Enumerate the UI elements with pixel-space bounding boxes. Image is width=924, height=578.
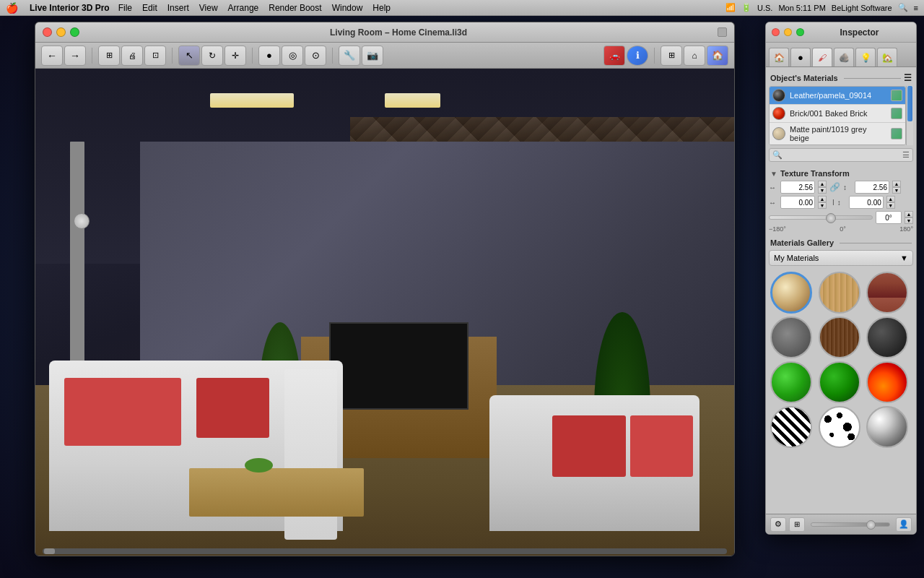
settings-button[interactable]: ⚙: [770, 517, 786, 532]
gallery-item-6[interactable]: [770, 361, 812, 403]
material-search-bar: 🔍 ☰: [769, 148, 913, 162]
tab-light[interactable]: 💡: [855, 48, 876, 66]
view3-button[interactable]: ⊡: [144, 46, 166, 66]
rotation-down[interactable]: ▼: [905, 217, 913, 224]
materials-gallery-section: Materials Gallery My Materials ▼: [769, 236, 913, 449]
scale-y-up[interactable]: ▲: [892, 181, 901, 187]
offset-x-down[interactable]: ▼: [818, 202, 827, 209]
materials-scrollbar[interactable]: [906, 86, 913, 145]
viewport-3d[interactable]: [35, 69, 734, 556]
floor-plan-button[interactable]: ⊞: [98, 46, 120, 66]
material-item-1[interactable]: Brick/001 Baked Brick: [770, 105, 905, 123]
car-button[interactable]: 🚗: [603, 46, 625, 66]
menu-icon[interactable]: ≡: [914, 4, 918, 12]
forward-button[interactable]: →: [64, 46, 86, 66]
rotation-stepper[interactable]: ▲ ▼: [905, 211, 913, 224]
rotation-input[interactable]: [876, 211, 902, 224]
offset-x-stepper[interactable]: ▲ ▼: [818, 196, 827, 209]
offset-y-up[interactable]: ▲: [886, 196, 895, 202]
rotate-tool[interactable]: ↻: [201, 46, 223, 66]
tab-brush[interactable]: 🖌: [812, 48, 832, 66]
search-menu-icon[interactable]: ☰: [902, 150, 910, 160]
3d-view[interactable]: 🏠: [707, 46, 728, 66]
scale-x-down[interactable]: ▼: [818, 187, 827, 194]
material-item-0[interactable]: Leather/pamela_09014: [770, 87, 905, 105]
offset-y-stepper[interactable]: ▲ ▼: [886, 196, 895, 209]
inspector-zoom[interactable]: [796, 28, 804, 36]
horizontal-scrollbar[interactable]: [43, 548, 727, 554]
gallery-item-7[interactable]: [819, 361, 860, 403]
inspector-tabs: 🏠 ● 🖌 🪨 💡 🏡: [766, 43, 916, 67]
menu-edit[interactable]: Edit: [142, 3, 157, 13]
house-view[interactable]: ⌂: [684, 46, 705, 66]
dot-tool[interactable]: ⊙: [305, 46, 326, 66]
gallery-dropdown[interactable]: My Materials ▼: [769, 250, 913, 266]
grid-button[interactable]: ⊞: [789, 517, 805, 532]
user-button[interactable]: 👤: [896, 517, 912, 532]
gallery-item-2[interactable]: [866, 272, 908, 314]
tab-sphere[interactable]: ●: [790, 48, 811, 66]
gallery-item-0[interactable]: [770, 272, 812, 314]
scale-x-stepper[interactable]: ▲ ▼: [818, 181, 827, 194]
minimize-button[interactable]: [56, 27, 66, 37]
zoom-thumb[interactable]: [866, 520, 876, 530]
select-tool[interactable]: ↖: [178, 46, 200, 66]
gallery-item-5[interactable]: [866, 316, 908, 358]
move-tool[interactable]: ✛: [225, 46, 246, 66]
2d-view[interactable]: ⊞: [661, 46, 682, 66]
inspector-minimize[interactable]: [784, 28, 792, 36]
gallery-item-11[interactable]: [866, 406, 908, 448]
scale-x-input[interactable]: [780, 181, 815, 194]
scale-x-up[interactable]: ▲: [818, 181, 827, 187]
menu-view[interactable]: View: [199, 3, 218, 13]
back-button[interactable]: ←: [41, 46, 63, 66]
menu-file[interactable]: File: [118, 3, 132, 13]
inspector-close[interactable]: [772, 28, 780, 36]
gallery-item-4[interactable]: [819, 316, 860, 358]
apple-menu[interactable]: 🍎: [6, 2, 18, 14]
window-collapse-button[interactable]: [718, 27, 727, 37]
zoom-slider[interactable]: [811, 522, 890, 527]
inspector-bottom-toolbar: ⚙ ⊞ 👤: [766, 514, 916, 534]
menu-help[interactable]: Help: [372, 3, 391, 13]
menu-insert[interactable]: Insert: [167, 3, 189, 13]
offset-x-up[interactable]: ▲: [818, 196, 827, 202]
print-button[interactable]: 🖨: [121, 46, 143, 66]
scale-y-input[interactable]: [855, 181, 889, 194]
menu-render[interactable]: Render Boost: [269, 3, 321, 13]
gallery-item-3[interactable]: [770, 316, 812, 358]
tab-material[interactable]: 🪨: [834, 48, 854, 66]
material-search-input[interactable]: [785, 151, 899, 160]
circle-tool[interactable]: ●: [258, 46, 280, 66]
material-icon-2: [891, 128, 902, 139]
scale-y-stepper[interactable]: ▲ ▼: [892, 181, 901, 194]
dropdown-arrow: ▼: [900, 254, 908, 262]
offset-y-down[interactable]: ▼: [886, 202, 895, 209]
material-item-2[interactable]: Matte paint/1019 grey beige: [770, 123, 905, 144]
close-button[interactable]: [43, 27, 52, 37]
menu-arrange[interactable]: Arrange: [228, 3, 259, 13]
rotation-thumb[interactable]: [826, 213, 836, 223]
zoom-button[interactable]: [70, 27, 79, 37]
rotation-slider[interactable]: [769, 215, 873, 220]
expand-arrow[interactable]: ▼: [770, 170, 777, 178]
app-name[interactable]: Live Interior 3D Pro: [30, 3, 110, 13]
tab-house[interactable]: 🏠: [769, 48, 789, 66]
rotation-up[interactable]: ▲: [905, 211, 913, 217]
camera-tool[interactable]: 📷: [362, 46, 383, 66]
wrench-tool[interactable]: 🔧: [339, 46, 360, 66]
scale-y-down[interactable]: ▼: [892, 187, 901, 194]
offset-y-input[interactable]: [849, 196, 884, 209]
gallery-item-10[interactable]: [819, 406, 860, 448]
search-icon[interactable]: 🔍: [898, 3, 908, 12]
tab-room[interactable]: 🏡: [877, 48, 897, 66]
offset-label: I: [832, 199, 834, 207]
info-button[interactable]: ℹ: [627, 46, 648, 66]
ring-tool[interactable]: ◎: [282, 46, 303, 66]
gallery-item-1[interactable]: [819, 272, 860, 314]
offset-x-input[interactable]: [780, 196, 815, 209]
gallery-header: Materials Gallery: [769, 236, 913, 250]
gallery-item-9[interactable]: [770, 406, 812, 448]
menu-window[interactable]: Window: [332, 3, 363, 13]
gallery-item-8[interactable]: [866, 361, 908, 403]
